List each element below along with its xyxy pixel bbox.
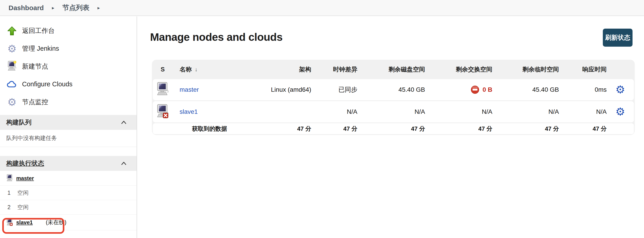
sidebar-item-manage-jenkins[interactable]: ⚙ 管理 Jenkins [0,40,136,57]
cell-clock: N/A [347,108,357,115]
sidebar-item-node-monitoring[interactable]: ⚙ 节点监控 [0,93,136,111]
chevron-up-icon[interactable] [120,161,128,166]
footer-age: 47 分 [593,125,607,133]
footer-age: 47 分 [344,125,357,133]
sidebar-item-label: 节点监控 [22,98,48,107]
executor-slot-1: 1 空闲 [0,186,136,200]
build-queue-empty-text: 队列中没有构建任务 [0,130,136,147]
cell-temp: 45.40 GB [532,86,559,93]
column-header-clock[interactable]: 时钟差异 [333,65,357,73]
column-header-name[interactable]: 名称 ↓ [172,65,198,73]
executor-node-label: master [16,175,34,181]
cell-swap-value: 0 B [482,86,492,93]
computer-offline-icon [156,104,170,120]
executor-state: 空闲 [17,189,28,196]
breadcrumb-node-list[interactable]: 节点列表 [62,3,89,12]
column-header-arch[interactable]: 架构 [299,65,311,73]
up-arrow-icon [7,25,17,37]
node-settings-button[interactable]: ⚙ [616,84,625,95]
column-header-temp[interactable]: 剩余临时空间 [522,65,559,73]
table-row-master: master Linux (amd64) 已同步 45.40 GB 0 B 45… [153,79,634,100]
gear-icon: ⚙ [7,43,17,54]
computer-new-icon [7,61,17,72]
table-header-row: S 名称 ↓ 架构 时钟差异 剩余磁盘空间 剩余交换空间 剩余临时空间 响应时间 [153,61,634,78]
executor-node-slave1[interactable]: slave1 [6,218,33,226]
gear-icon: ⚙ [616,84,625,95]
cell-arch: Linux (amd64) [271,86,311,93]
footer-age: 47 分 [411,125,425,133]
build-queue-title: 构建队列 [6,118,32,127]
node-settings-button[interactable]: ⚙ [616,106,625,117]
executor-status-header: 构建执行状态 [0,156,136,171]
footer-age: 47 分 [478,125,492,133]
cell-response: N/A [596,108,607,115]
executor-slot-2: 2 空闲 [0,200,136,214]
computer-icon [6,174,14,182]
offline-status-text: (未在线) [46,219,66,226]
sidebar-task-list: 返回工作台 ⚙ 管理 Jenkins 新建节点 Configure Clouds… [0,17,136,111]
cell-response: 0ms [595,86,607,93]
column-header-disk[interactable]: 剩余磁盘空间 [388,65,425,73]
column-header-s[interactable]: S [161,66,165,73]
sidebar-item-configure-clouds[interactable]: Configure Clouds [0,75,136,93]
breadcrumb-dashboard[interactable]: Dashboard [8,4,44,12]
gear-icon: ⚙ [616,106,625,118]
sidebar-item-back-to-dashboard[interactable]: 返回工作台 [0,22,136,40]
refresh-status-button[interactable]: 刷新状态 [603,29,632,47]
cell-disk: 45.40 GB [398,86,425,93]
cell-temp: N/A [548,108,559,115]
column-header-swap[interactable]: 剩余交换空间 [456,65,492,73]
sidebar-item-new-node[interactable]: 新建节点 [0,57,136,75]
sidebar-item-label: 管理 Jenkins [22,44,59,53]
cell-disk: N/A [414,108,425,115]
sidebar-item-label: 返回工作台 [22,26,55,35]
executor-status-title[interactable]: 构建执行状态 [6,159,44,168]
column-header-response[interactable]: 响应时间 [582,65,607,73]
breadcrumb-caret-icon[interactable]: ▸ [98,5,100,11]
executor-state: 空闲 [17,203,28,211]
gear-icon: ⚙ [7,96,17,108]
table-footer-row: 获取到的数据 47 分 47 分 47 分 47 分 47 分 47 分 [153,123,634,134]
executor-node-slave1-row: slave1 (未在线) [0,214,136,230]
cell-swap: 0 B [470,85,492,94]
executor-number: 2 [6,204,10,210]
nodes-table: S 名称 ↓ 架构 时钟差异 剩余磁盘空间 剩余交换空间 剩余临时空间 响应时间… [152,60,635,135]
no-entry-icon [470,85,480,94]
build-queue-header: 构建队列 [0,115,136,130]
node-link-master[interactable]: master [172,86,199,93]
cloud-icon [7,79,17,90]
sidebar: 返回工作台 ⚙ 管理 Jenkins 新建节点 Configure Clouds… [0,17,137,238]
computer-offline-icon [6,218,14,226]
footer-age: 47 分 [545,125,559,133]
breadcrumb-bar: Dashboard ▸ 节点列表 ▸ [0,0,644,16]
cell-clock: 已同步 [338,85,357,94]
sort-down-icon: ↓ [195,66,198,73]
main-content: Manage nodes and clouds 刷新状态 S 名称 ↓ 架构 时… [138,17,644,238]
sidebar-item-label: 新建节点 [22,62,48,71]
executor-number: 1 [6,190,10,196]
page-title: Manage nodes and clouds [150,31,282,43]
computer-icon [156,82,170,97]
breadcrumb-caret-icon[interactable]: ▸ [52,5,54,11]
sidebar-item-label: Configure Clouds [22,80,72,88]
cell-swap: N/A [482,108,492,115]
executor-node-label: slave1 [16,219,33,226]
table-row-slave1: slave1 N/A N/A N/A N/A N/A ⚙ [153,101,634,122]
footer-age: 47 分 [297,125,311,133]
footer-label: 获取到的数据 [192,125,227,133]
executor-node-master[interactable]: master [0,171,136,186]
chevron-up-icon[interactable] [120,120,128,125]
node-link-slave1[interactable]: slave1 [172,108,198,115]
